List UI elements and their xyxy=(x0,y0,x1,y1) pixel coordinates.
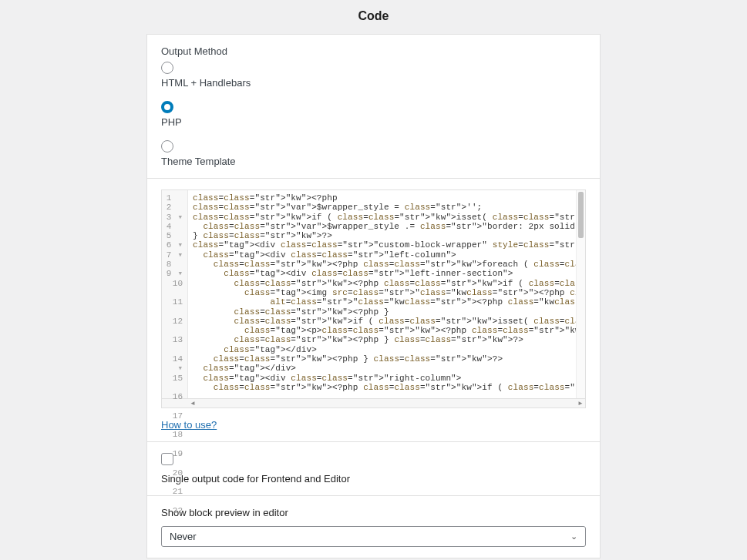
how-to-use-link[interactable]: How to use? xyxy=(161,419,217,431)
radio-label: HTML + Handlebars xyxy=(161,77,586,89)
scroll-right-arrow[interactable]: ► xyxy=(576,400,585,407)
radio-icon[interactable] xyxy=(161,140,173,153)
code-editor[interactable]: 1 2 3 ▾ 4 5 6 ▾ 7 ▾ 8 9 ▾ 10 11 12 13 14… xyxy=(161,189,586,399)
radio-theme-template[interactable]: Theme Template xyxy=(161,140,586,167)
radio-html-handlebars[interactable]: HTML + Handlebars xyxy=(161,62,586,96)
preview-select[interactable]: Never ⌄ xyxy=(161,526,586,547)
scroll-left-arrow[interactable]: ◄ xyxy=(188,400,197,407)
radio-icon[interactable] xyxy=(161,62,173,74)
radio-label: PHP xyxy=(161,116,586,128)
chevron-down-icon: ⌄ xyxy=(570,531,577,542)
radio-icon[interactable] xyxy=(161,101,173,113)
section-editor: 1 2 3 ▾ 4 5 6 ▾ 7 ▾ 8 9 ▾ 10 11 12 13 14… xyxy=(147,179,600,442)
scroll-track[interactable] xyxy=(224,399,576,407)
radio-php[interactable]: PHP xyxy=(161,101,586,136)
page-title: Code xyxy=(0,0,747,29)
code-panel: Output Method HTML + Handlebars PHP Them… xyxy=(146,34,601,558)
output-method-label: Output Method xyxy=(161,45,586,57)
editor-hscrollbar[interactable]: ◄ ► xyxy=(161,399,586,408)
editor-code-area[interactable]: class=class="str">"kw"><?php class=class… xyxy=(188,190,576,398)
editor-vscrollbar[interactable] xyxy=(576,190,585,398)
single-output-checkbox[interactable] xyxy=(161,453,173,465)
section-single-output: Single output code for Frontend and Edit… xyxy=(147,442,600,496)
single-output-label: Single output code for Frontend and Edit… xyxy=(161,473,586,485)
scroll-thumb[interactable] xyxy=(578,192,584,238)
preview-select-value: Never xyxy=(170,531,197,542)
section-output-method: Output Method HTML + Handlebars PHP Them… xyxy=(147,35,600,179)
section-preview: Show block preview in editor Never ⌄ xyxy=(147,496,600,558)
editor-gutter: 1 2 3 ▾ 4 5 6 ▾ 7 ▾ 8 9 ▾ 10 11 12 13 14… xyxy=(162,190,188,398)
radio-label: Theme Template xyxy=(161,156,586,167)
